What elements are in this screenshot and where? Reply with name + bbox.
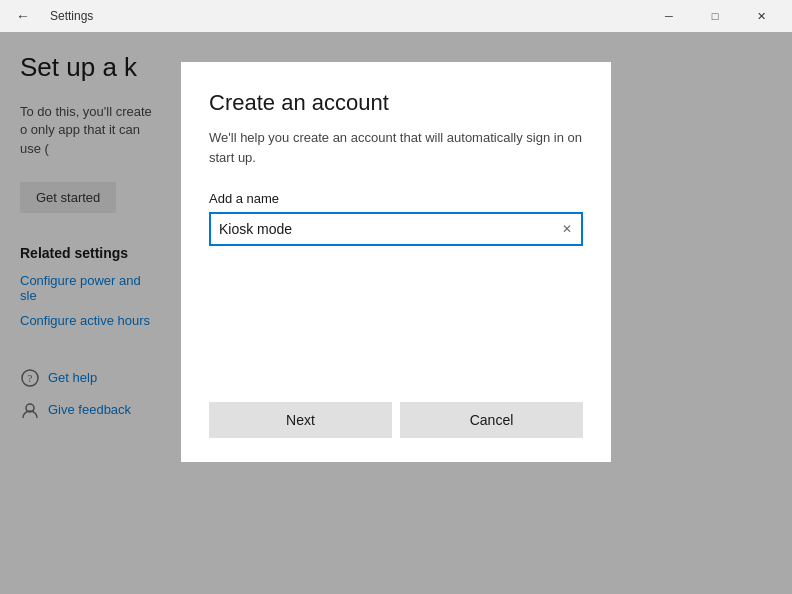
clear-input-button[interactable]: ✕ [557,219,577,239]
dialog-footer: Next Cancel [209,402,583,438]
next-button[interactable]: Next [209,402,392,438]
cancel-button[interactable]: Cancel [400,402,583,438]
titlebar: ← Settings ─ □ ✕ [0,0,792,32]
titlebar-title: Settings [50,9,93,23]
back-button[interactable]: ← [8,1,38,31]
titlebar-left: ← Settings [8,1,93,31]
dialog-overlay: Create an account We'll help you create … [0,32,792,594]
dialog-description: We'll help you create an account that wi… [209,128,583,167]
titlebar-controls: ─ □ ✕ [646,0,784,32]
close-button[interactable]: ✕ [738,0,784,32]
minimize-button[interactable]: ─ [646,0,692,32]
clear-icon: ✕ [562,222,572,236]
maximize-button[interactable]: □ [692,0,738,32]
back-icon: ← [16,8,30,24]
dialog: Create an account We'll help you create … [181,62,611,462]
close-icon: ✕ [757,10,766,23]
add-name-label: Add a name [209,191,583,206]
name-input[interactable] [209,212,583,246]
dialog-title: Create an account [209,90,583,116]
dialog-spacer [209,270,583,386]
content-area: Set up a k To do this, you'll create o o… [0,32,792,594]
minimize-icon: ─ [665,10,673,22]
name-input-container: ✕ [209,212,583,246]
maximize-icon: □ [712,10,719,22]
